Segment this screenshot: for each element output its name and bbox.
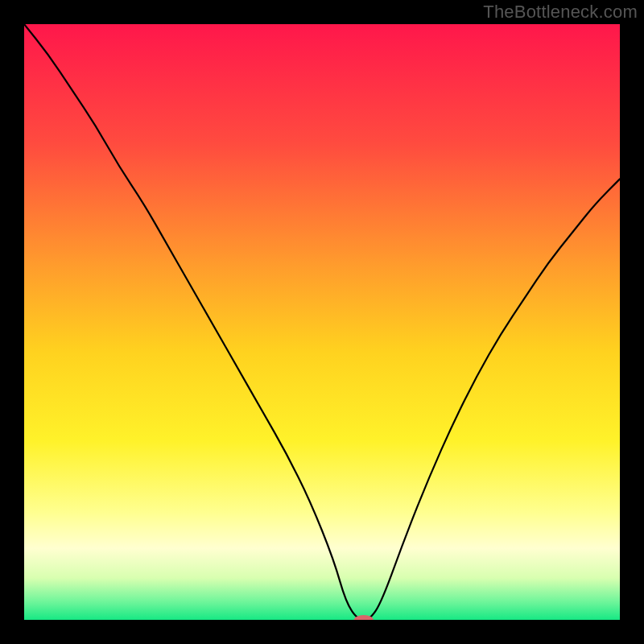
chart-frame: TheBottleneck.com [0, 0, 644, 644]
plot-area [24, 24, 620, 620]
attribution-text: TheBottleneck.com [483, 2, 638, 23]
chart-svg [24, 24, 620, 620]
